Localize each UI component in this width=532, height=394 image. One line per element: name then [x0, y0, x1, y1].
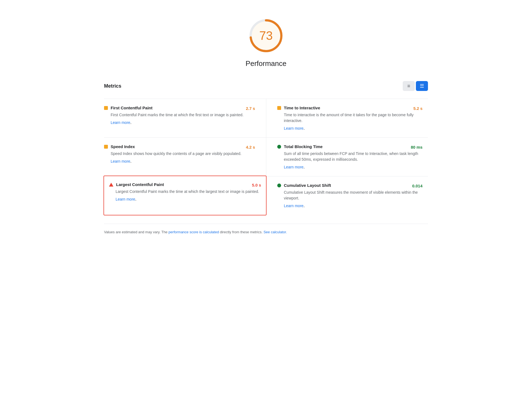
metrics-grid: First Contentful Paint 2.7 s First Conte… [104, 99, 428, 215]
metric-cell-tti: Time to Interactive 5.2 s Time to intera… [266, 99, 428, 137]
metric-learn-more: Learn more. [284, 203, 422, 208]
metric-value: 4.2 s [246, 145, 255, 149]
grid-view-icon: ☰ [420, 83, 424, 89]
metric-left: Largest Contentful Paint [109, 182, 164, 188]
learn-more-link[interactable]: Learn more [111, 159, 130, 163]
footer-text-middle: directly from these metrics. [219, 230, 264, 234]
metric-description: Sum of all time periods between FCP and … [284, 151, 422, 162]
metric-cell-lcp: Largest Contentful Paint 5.0 s Largest C… [103, 176, 267, 215]
list-view-button[interactable]: ≡ [403, 81, 415, 91]
metrics-title: Metrics [104, 83, 121, 89]
metric-left: Time to Interactive [277, 106, 320, 111]
score-section: 73 Performance [104, 16, 428, 68]
metric-icon [109, 183, 113, 188]
metric-description: Speed Index shows how quickly the conten… [111, 151, 255, 157]
learn-more-link[interactable]: Learn more [111, 120, 130, 125]
metric-icon-square [104, 106, 108, 110]
metric-icon-circle [277, 184, 281, 187]
metric-icon [104, 145, 108, 150]
grid-view-button[interactable]: ☰ [416, 81, 428, 91]
metric-header-row: Largest Contentful Paint 5.0 s [109, 182, 261, 188]
metric-icon-square [104, 145, 108, 149]
metric-description: Cumulative Layout Shift measures the mov… [284, 190, 422, 201]
learn-more-link[interactable]: Learn more [116, 197, 135, 201]
footer-note: Values are estimated and may vary. The p… [104, 224, 428, 235]
metric-cell-cls: Cumulative Layout Shift 0.014 Cumulative… [266, 176, 428, 215]
metric-cell-tbt: Total Blocking Time 80 ms Sum of all tim… [266, 137, 428, 176]
metric-icon-square [277, 106, 281, 110]
metric-cell-fcp: First Contentful Paint 2.7 s First Conte… [104, 99, 266, 137]
metric-description: Time to interactive is the amount of tim… [284, 112, 422, 124]
metric-description: Largest Contentful Paint marks the time … [116, 189, 261, 195]
metric-learn-more: Learn more. [111, 159, 255, 164]
metric-name: Cumulative Layout Shift [284, 183, 331, 188]
metric-icon [277, 106, 281, 111]
see-calculator-link[interactable]: See calculator. [264, 230, 287, 234]
metric-left: First Contentful Paint [104, 106, 153, 111]
metric-name: Time to Interactive [284, 106, 320, 110]
learn-more-link[interactable]: Learn more [284, 204, 304, 208]
metric-name: First Contentful Paint [111, 106, 153, 110]
performance-score-link[interactable]: performance score is calculated [169, 230, 219, 234]
metric-header-row: Speed Index 4.2 s [104, 144, 255, 150]
learn-more-link[interactable]: Learn more [284, 165, 304, 169]
metric-value: 5.2 s [413, 106, 422, 111]
metric-header-row: Cumulative Layout Shift 0.014 [277, 183, 422, 188]
metric-learn-more: Learn more. [116, 197, 261, 202]
metric-name: Largest Contentful Paint [116, 182, 164, 187]
metric-left: Speed Index [104, 144, 135, 150]
metric-value: 2.7 s [246, 106, 255, 111]
score-label: Performance [246, 59, 287, 68]
metric-description: First Contentful Paint marks the time at… [111, 112, 255, 118]
metric-left: Cumulative Layout Shift [277, 183, 331, 188]
metric-icon-triangle [109, 183, 113, 187]
list-view-icon: ≡ [407, 83, 410, 89]
metric-header-row: First Contentful Paint 2.7 s [104, 106, 255, 111]
score-circle: 73 [247, 16, 285, 55]
metric-learn-more: Learn more. [284, 165, 422, 170]
metric-left: Total Blocking Time [277, 144, 323, 150]
metric-icon [277, 145, 281, 150]
metric-learn-more: Learn more. [111, 120, 255, 125]
metric-header-row: Total Blocking Time 80 ms [277, 144, 422, 150]
metric-cell-si: Speed Index 4.2 s Speed Index shows how … [104, 137, 266, 176]
metric-value: 5.0 s [252, 183, 261, 187]
view-buttons: ≡ ☰ [403, 81, 428, 91]
metric-value: 80 ms [411, 145, 422, 149]
metric-icon-circle [277, 145, 281, 149]
metric-learn-more: Learn more. [284, 126, 422, 131]
score-value: 73 [259, 29, 273, 43]
metrics-header: Metrics ≡ ☰ [104, 81, 428, 93]
learn-more-link[interactable]: Learn more [284, 126, 304, 131]
metric-value: 0.014 [412, 184, 422, 188]
metric-name: Total Blocking Time [284, 144, 323, 149]
metric-name: Speed Index [111, 144, 135, 149]
metric-icon [277, 184, 281, 188]
metric-icon [104, 106, 108, 111]
footer-text-before: Values are estimated and may vary. The [104, 230, 169, 234]
metric-header-row: Time to Interactive 5.2 s [277, 106, 422, 111]
